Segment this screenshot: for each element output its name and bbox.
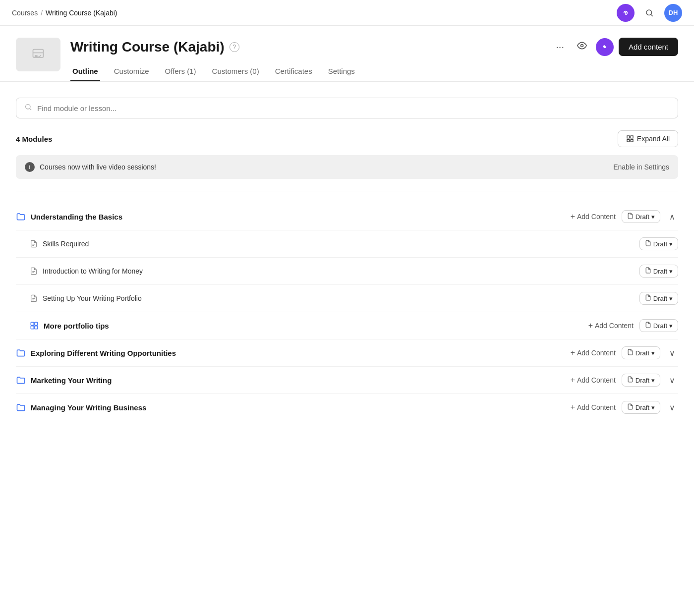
add-content-button-submodule[interactable]: + Add Content (588, 321, 634, 330)
tab-customize[interactable]: Customize (112, 62, 151, 81)
search-bar (16, 98, 678, 118)
doc-icon (627, 403, 634, 411)
more-options-button[interactable]: ··· (552, 39, 568, 55)
enable-in-settings-link[interactable]: Enable in Settings (613, 163, 669, 171)
svg-rect-12 (631, 139, 633, 142)
brand-icon-button[interactable] (617, 4, 635, 22)
add-content-button-module1[interactable]: + Add Content (571, 212, 616, 221)
draft-badge[interactable]: Draft ▾ (639, 292, 678, 305)
chevron-down-icon: ∨ (669, 349, 675, 357)
svg-rect-9 (627, 136, 630, 138)
add-content-button-module4[interactable]: + Add Content (571, 403, 616, 412)
lesson-item-left: Setting Up Your Writing Portfolio (16, 294, 639, 302)
course-thumbnail (16, 38, 60, 71)
tab-certificates[interactable]: Certificates (273, 62, 314, 81)
course-title: Writing Course (Kajabi) (70, 39, 225, 55)
draft-label: Draft (653, 268, 667, 275)
add-content-label: Add Content (577, 376, 616, 384)
course-actions: ··· Add content (552, 38, 678, 56)
lesson-icon (16, 267, 38, 275)
expand-module4-button[interactable]: ∨ (666, 402, 678, 413)
main-content: 4 Modules Expand All i Courses now with … (0, 82, 694, 421)
search-input[interactable] (37, 104, 670, 112)
info-banner: i Courses now with live video sessions! … (16, 155, 678, 179)
breadcrumb-current: Writing Course (Kajabi) (46, 9, 117, 17)
tab-settings[interactable]: Settings (326, 62, 357, 81)
module-item-right: + Add Content Draft ▾ ∨ (571, 401, 678, 414)
doc-icon (645, 267, 651, 275)
submodule-name: More portfolio tips (44, 322, 109, 330)
draft-chevron-icon: ▾ (651, 377, 655, 384)
search-button[interactable] (640, 4, 658, 22)
expand-all-button[interactable]: Expand All (618, 130, 678, 147)
draft-chevron-icon: ▾ (651, 213, 655, 221)
tab-outline[interactable]: Outline (70, 62, 100, 81)
expand-all-label: Expand All (637, 135, 670, 143)
help-icon[interactable]: ? (230, 42, 239, 52)
draft-badge[interactable]: Draft ▾ (622, 346, 660, 359)
lesson-item: Introduction to Writing for Money Draft … (16, 258, 678, 285)
svg-rect-21 (31, 326, 34, 329)
svg-point-8 (26, 105, 30, 109)
svg-point-5 (580, 45, 583, 47)
folder-icon (16, 402, 26, 412)
svg-rect-3 (33, 50, 44, 57)
doc-icon (627, 213, 634, 221)
tab-offers[interactable]: Offers (1) (163, 62, 198, 81)
module-name: Understanding the Basics (31, 213, 122, 221)
collapse-module1-button[interactable]: ∧ (666, 211, 678, 223)
module-item: Exploring Different Writing Opportunitie… (16, 339, 678, 367)
draft-badge[interactable]: Draft ▾ (622, 401, 660, 414)
svg-point-7 (604, 46, 606, 48)
module-item: Marketing Your Writing + Add Content Dra… (16, 367, 678, 394)
chevron-down-icon: ∨ (669, 403, 675, 412)
lesson-name: Introduction to Writing for Money (43, 267, 143, 275)
draft-label: Draft (653, 322, 667, 330)
draft-badge[interactable]: Draft ▾ (622, 210, 660, 223)
draft-badge[interactable]: Draft ▾ (639, 265, 678, 278)
expand-module3-button[interactable]: ∨ (666, 375, 678, 386)
lesson-item-left: Skills Required (16, 240, 639, 248)
add-content-label: Add Content (577, 349, 616, 357)
lesson-item-right: Draft ▾ (639, 265, 678, 278)
add-content-label: Add Content (577, 403, 616, 411)
draft-chevron-icon: ▾ (651, 404, 655, 411)
doc-icon (645, 294, 651, 302)
doc-icon (627, 376, 634, 384)
user-avatar-button[interactable]: DH (664, 4, 682, 22)
lesson-icon (16, 240, 38, 248)
draft-label: Draft (636, 213, 649, 221)
banner-message: Courses now with live video sessions! (40, 163, 156, 171)
draft-chevron-icon: ▾ (669, 240, 673, 248)
draft-chevron-icon: ▾ (669, 322, 673, 330)
add-content-button-module2[interactable]: + Add Content (571, 348, 616, 357)
module-item: Managing Your Writing Business + Add Con… (16, 394, 678, 421)
add-content-button-module3[interactable]: + Add Content (571, 376, 616, 385)
draft-chevron-icon: ▾ (669, 268, 673, 275)
draft-chevron-icon: ▾ (669, 295, 673, 302)
tab-customers[interactable]: Customers (0) (210, 62, 261, 81)
draft-badge[interactable]: Draft ▾ (622, 374, 660, 387)
submodule-item-left: More portfolio tips (16, 321, 588, 330)
submodule-icon (16, 321, 39, 330)
brand-circle (596, 38, 614, 56)
preview-button[interactable] (573, 39, 591, 55)
draft-badge[interactable]: Draft ▾ (639, 237, 678, 250)
draft-label: Draft (636, 404, 649, 411)
draft-label: Draft (636, 349, 649, 357)
expand-module2-button[interactable]: ∨ (666, 347, 678, 359)
course-title-row: Writing Course (Kajabi) ? ··· Ad (70, 38, 678, 56)
banner-left: i Courses now with live video sessions! (25, 162, 156, 172)
breadcrumb-parent[interactable]: Courses (12, 9, 38, 17)
draft-chevron-icon: ▾ (651, 349, 655, 357)
lesson-name: Skills Required (43, 240, 89, 248)
add-content-header-button[interactable]: Add content (619, 38, 678, 56)
info-icon: i (25, 162, 35, 172)
draft-badge[interactable]: Draft ▾ (639, 319, 678, 332)
svg-rect-20 (35, 322, 38, 325)
module-item-left: Managing Your Writing Business (16, 402, 571, 412)
draft-label: Draft (653, 295, 667, 302)
plus-icon: + (571, 348, 575, 357)
search-icon (24, 103, 32, 113)
module-item: Understanding the Basics + Add Content D… (16, 203, 678, 230)
